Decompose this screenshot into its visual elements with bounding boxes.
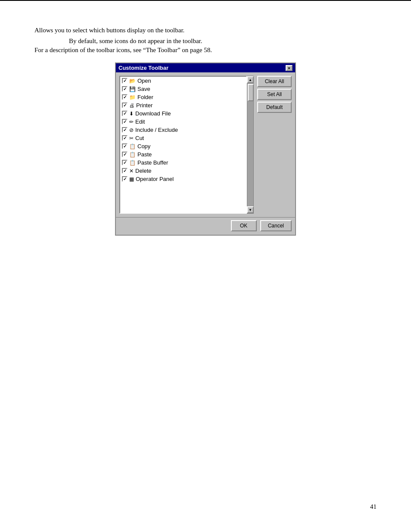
checkbox-operator-panel[interactable]: ✓ [122,176,128,182]
item-label-folder: Folder [137,94,153,100]
checkbox-folder[interactable]: ✓ [122,94,128,100]
item-label-operator-panel: Operator Panel [136,176,174,182]
scroll-down-arrow[interactable]: ▼ [247,206,254,213]
checkbox-printer[interactable]: ✓ [122,103,128,108]
dialog-body: ✓📂Open✓💾Save✓📁Folder✓🖨Printer✓⬇Download … [116,72,295,217]
list-item-save[interactable]: ✓💾Save [120,85,246,93]
intro-line2: By default, some icons do not appear in … [69,37,377,45]
list-item-operator-panel[interactable]: ✓▦Operator Panel [120,175,246,183]
customize-toolbar-dialog: Customize Toolbar × ✓📂Open✓💾Save✓📁Folder… [115,62,296,236]
checkbox-save[interactable]: ✓ [122,86,128,92]
close-button[interactable]: × [286,65,293,71]
toolbar-items-list[interactable]: ✓📂Open✓💾Save✓📁Folder✓🖨Printer✓⬇Download … [119,76,247,214]
item-label-include-exclude: Include / Exclude [135,127,178,133]
cut-icon: ✂ [129,135,134,141]
list-scroll-container: ✓📂Open✓💾Save✓📁Folder✓🖨Printer✓⬇Download … [119,76,254,214]
page-number: 41 [370,503,377,510]
delete-icon: ✕ [129,168,134,174]
checkbox-download[interactable]: ✓ [122,111,128,116]
checkbox-open[interactable]: ✓ [122,78,128,84]
copy-icon: 📋 [129,143,136,149]
list-item-edit[interactable]: ✓✏Edit [120,118,246,126]
item-label-paste: Paste [137,151,152,158]
checkbox-delete[interactable]: ✓ [122,168,128,174]
download-icon: ⬇ [129,111,134,117]
item-label-save: Save [137,86,150,92]
checkbox-include-exclude[interactable]: ✓ [122,127,128,133]
scroll-track [247,83,253,206]
cancel-button[interactable]: Cancel [260,220,292,231]
save-icon: 💾 [129,86,136,92]
paste-icon: 📋 [129,152,136,158]
list-item-download[interactable]: ✓⬇Download File [120,109,246,118]
side-buttons: Clear All Set All Default [257,76,292,214]
list-item-folder[interactable]: ✓📁Folder [120,93,246,101]
item-label-edit: Edit [135,118,145,125]
printer-icon: 🖨 [129,103,134,109]
item-label-copy: Copy [137,143,150,149]
list-item-copy[interactable]: ✓📋Copy [120,142,246,150]
list-item-include-exclude[interactable]: ✓⊘Include / Exclude [120,126,246,134]
dialog-titlebar: Customize Toolbar × [116,63,295,72]
item-label-open: Open [137,78,151,84]
dialog-wrapper: Customize Toolbar × ✓📂Open✓💾Save✓📁Folder… [34,62,377,236]
folder-icon: 📁 [129,94,136,100]
scroll-thumb[interactable] [248,84,254,101]
checkbox-edit[interactable]: ✓ [122,119,128,124]
item-label-delete: Delete [135,168,152,174]
clear-all-button[interactable]: Clear All [257,76,292,87]
checkbox-copy[interactable]: ✓ [122,143,128,149]
checkbox-cut[interactable]: ✓ [122,135,128,141]
item-label-printer: Printer [136,102,153,109]
item-label-cut: Cut [135,135,144,141]
edit-icon: ✏ [129,119,134,125]
include-exclude-icon: ⊘ [129,127,134,133]
list-item-paste[interactable]: ✓📋Paste [120,150,246,159]
item-label-download: Download File [135,110,171,117]
dialog-title: Customize Toolbar [118,65,168,71]
operator-panel-icon: ▦ [129,176,134,182]
list-item-open[interactable]: ✓📂Open [120,77,246,85]
intro-line3: For a description of the toolbar icons, … [34,47,377,54]
open-icon: 📂 [129,78,136,84]
scrollbar[interactable]: ▲ ▼ [247,76,254,214]
list-item-delete[interactable]: ✓✕Delete [120,167,246,175]
intro-line1: Allows you to select which buttons displ… [34,27,377,34]
set-all-button[interactable]: Set All [257,89,292,100]
ok-button[interactable]: OK [231,220,257,231]
checkbox-paste-buffer[interactable]: ✓ [122,160,128,165]
list-item-cut[interactable]: ✓✂Cut [120,134,246,142]
paste-buffer-icon: 📋 [129,160,136,166]
item-label-paste-buffer: Paste Buffer [137,159,168,166]
default-button[interactable]: Default [257,102,292,113]
list-item-paste-buffer[interactable]: ✓📋Paste Buffer [120,159,246,167]
scroll-up-arrow[interactable]: ▲ [247,76,254,83]
dialog-footer: OK Cancel [116,217,295,235]
list-item-printer[interactable]: ✓🖨Printer [120,101,246,109]
checkbox-paste[interactable]: ✓ [122,152,128,157]
